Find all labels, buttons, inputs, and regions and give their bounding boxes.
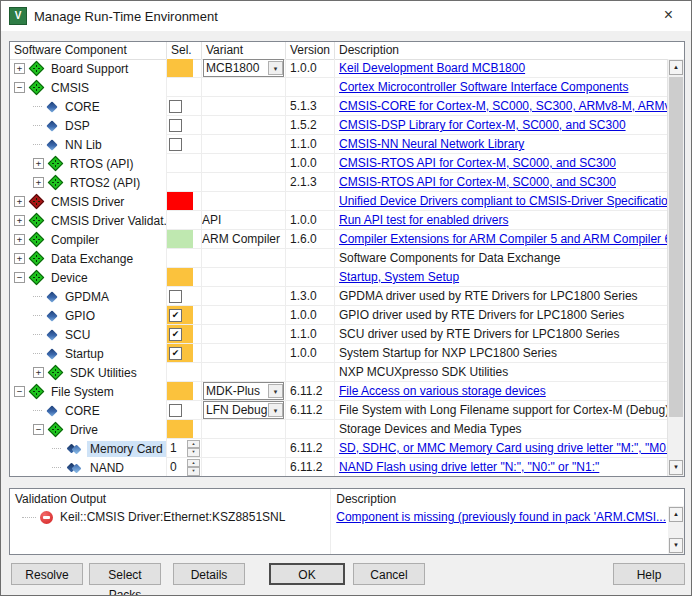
description-link[interactable]: CMSIS-RTOS API for Cortex-M, SC000, and …: [339, 175, 616, 189]
component-label[interactable]: Board Support: [48, 61, 131, 77]
instance-count-spinner[interactable]: 0▲▼: [167, 458, 201, 476]
component-label[interactable]: DSP: [62, 118, 93, 134]
tree-expander-minus-icon[interactable]: −: [14, 272, 25, 283]
description-cell: CMSIS-DSP Library for Cortex-M, SC000, a…: [335, 116, 668, 135]
description-link[interactable]: Run API test for enabled drivers: [339, 213, 508, 227]
description-link[interactable]: CMSIS-NN Neural Network Library: [339, 137, 524, 151]
tree-expander-plus-icon[interactable]: +: [33, 158, 44, 169]
table-vertical-scrollbar[interactable]: ▲ ▼: [667, 59, 684, 476]
description-link[interactable]: Compiler Extensions for ARM Compiler 5 a…: [339, 232, 668, 246]
component-label[interactable]: CORE: [62, 403, 103, 419]
description-link[interactable]: Startup, System Setup: [339, 270, 459, 284]
tree-cell: +CMSIS Driver: [10, 192, 167, 211]
component-label[interactable]: Device: [48, 270, 91, 286]
component-label[interactable]: Data Exchange: [48, 251, 136, 267]
description-link[interactable]: CMSIS-RTOS API for Cortex-M, SC000, and …: [339, 156, 616, 170]
select-checkbox[interactable]: ✔: [169, 347, 182, 360]
select-packs-button[interactable]: Select Packs: [89, 563, 161, 585]
tree-expander-plus-icon[interactable]: +: [14, 196, 25, 207]
description-link[interactable]: Unified Device Drivers compliant to CMSI…: [339, 194, 668, 208]
component-label[interactable]: Memory Card: [87, 441, 166, 457]
sel-cell: [167, 287, 202, 306]
tree-line: [33, 144, 42, 145]
component-label[interactable]: NAND: [87, 460, 127, 476]
description-link[interactable]: CMSIS-CORE for Cortex-M, SC000, SC300, A…: [339, 99, 668, 113]
scroll-up-icon[interactable]: ▲: [669, 507, 683, 522]
details-button[interactable]: Details: [173, 563, 245, 585]
cancel-button[interactable]: Cancel: [353, 563, 425, 585]
component-label[interactable]: SCU: [62, 327, 93, 343]
component-label[interactable]: CORE: [62, 99, 103, 115]
validation-scrollbar[interactable]: ▲ ▼: [668, 506, 684, 554]
select-checkbox[interactable]: [169, 138, 182, 151]
variant-dropdown[interactable]: MCB1800▾: [203, 59, 284, 77]
spinner-buttons[interactable]: ▲▼: [187, 440, 200, 457]
title-bar[interactable]: V Manage Run-Time Environment ×: [1, 1, 691, 31]
component-label[interactable]: GPIO: [62, 308, 98, 324]
tree-expander-plus-icon[interactable]: +: [14, 63, 25, 74]
component-label[interactable]: CMSIS: [48, 80, 92, 96]
tree-expander-plus-icon[interactable]: +: [33, 177, 44, 188]
component-label[interactable]: CMSIS Driver: [48, 194, 127, 210]
variant-dropdown[interactable]: MDK-Plus▾: [203, 382, 284, 400]
column-header-sel[interactable]: Sel.: [167, 42, 202, 59]
tree-expander-plus-icon[interactable]: +: [14, 234, 25, 245]
tree-cell: NAND: [10, 458, 167, 476]
select-checkbox[interactable]: [169, 100, 182, 113]
scroll-down-icon[interactable]: ▼: [669, 538, 683, 553]
column-header-variant[interactable]: Variant: [202, 42, 286, 59]
dropdown-arrow-icon[interactable]: ▾: [268, 61, 283, 75]
spinner-down-icon[interactable]: ▼: [187, 467, 200, 476]
description-cell: GPIO driver used by RTE Drivers for LPC1…: [335, 306, 668, 325]
spinner-buttons[interactable]: ▲▼: [187, 459, 200, 476]
select-checkbox[interactable]: ✔: [169, 328, 182, 341]
instance-count-spinner[interactable]: 1▲▼: [167, 439, 201, 457]
description-link[interactable]: Keil Development Board MCB1800: [339, 61, 525, 75]
component-label[interactable]: Startup: [62, 346, 107, 362]
scrollbar-thumb[interactable]: [669, 77, 683, 417]
column-header-softwarecomponent[interactable]: Software Component: [10, 42, 167, 59]
validation-description-link[interactable]: Component is missing (previously found i…: [336, 510, 666, 524]
spinner-up-icon[interactable]: ▲: [187, 459, 200, 468]
select-checkbox[interactable]: ✔: [169, 309, 182, 322]
component-label[interactable]: CMSIS Driver Validat...: [48, 213, 167, 229]
variant-dropdown[interactable]: LFN Debug▾: [203, 401, 284, 419]
help-button[interactable]: Help: [613, 563, 685, 585]
column-header-description[interactable]: Description: [335, 42, 684, 59]
description-link[interactable]: CMSIS-DSP Library for Cortex-M, SC000, a…: [339, 118, 626, 132]
component-label[interactable]: RTOS (API): [67, 156, 137, 172]
component-label[interactable]: SDK Utilities: [67, 365, 140, 381]
select-checkbox[interactable]: [169, 119, 182, 132]
component-label[interactable]: Compiler: [48, 232, 102, 248]
tree-expander-minus-icon[interactable]: −: [14, 386, 25, 397]
column-header-version[interactable]: Version: [286, 42, 335, 59]
validation-item[interactable]: Keil::CMSIS Driver:Ethernet:KSZ8851SNL: [10, 510, 330, 524]
tree-expander-plus-icon[interactable]: +: [33, 367, 44, 378]
component-label[interactable]: RTOS2 (API): [67, 175, 143, 191]
ok-button[interactable]: OK: [269, 563, 345, 585]
tree-expander-minus-icon[interactable]: −: [33, 424, 44, 435]
tree-expander-minus-icon[interactable]: −: [14, 82, 25, 93]
component-label[interactable]: GPDMA: [62, 289, 112, 305]
dropdown-arrow-icon[interactable]: ▾: [268, 403, 283, 417]
table-row: CORE5.1.3CMSIS-CORE for Cortex-M, SC000,…: [10, 97, 668, 116]
component-label[interactable]: Drive: [67, 422, 101, 438]
spinner-down-icon[interactable]: ▼: [187, 448, 200, 457]
tree-expander-plus-icon[interactable]: +: [14, 253, 25, 264]
description-link[interactable]: File Access on various storage devices: [339, 384, 546, 398]
resolve-button[interactable]: Resolve: [11, 563, 83, 585]
component-label[interactable]: NN Lib: [62, 137, 105, 153]
component-label[interactable]: File System: [48, 384, 117, 400]
spinner-up-icon[interactable]: ▲: [187, 440, 200, 449]
description-link[interactable]: SD, SDHC, or MMC Memory Card using drive…: [339, 441, 668, 455]
scroll-up-icon[interactable]: ▲: [669, 60, 683, 75]
dropdown-arrow-icon[interactable]: ▾: [268, 384, 283, 398]
description-link[interactable]: Cortex Microcontroller Software Interfac…: [339, 80, 628, 94]
tree-expander-plus-icon[interactable]: +: [14, 215, 25, 226]
scroll-down-icon[interactable]: ▼: [669, 460, 683, 475]
description-link[interactable]: NAND Flash using drive letter "N:", "N0:…: [339, 460, 599, 474]
description-cell: File System with Long Filename support f…: [335, 401, 668, 420]
close-icon[interactable]: ×: [646, 1, 691, 30]
select-checkbox[interactable]: [169, 404, 182, 417]
select-checkbox[interactable]: [169, 290, 182, 303]
